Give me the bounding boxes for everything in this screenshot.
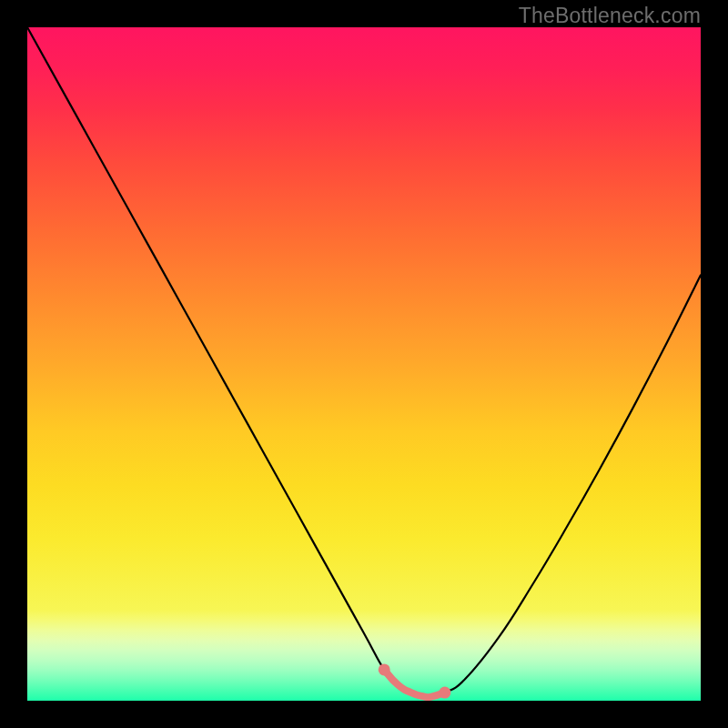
watermark-text: TheBottleneck.com — [519, 4, 701, 28]
plot-area — [27, 27, 701, 701]
flat-zone-end-marker — [439, 687, 450, 699]
flat-zone-end-marker — [379, 663, 390, 675]
bottleneck-curve-path — [27, 27, 701, 697]
chart-frame: TheBottleneck.com — [0, 0, 728, 728]
curve-svg — [27, 27, 701, 701]
flat-zone-path — [384, 670, 445, 698]
